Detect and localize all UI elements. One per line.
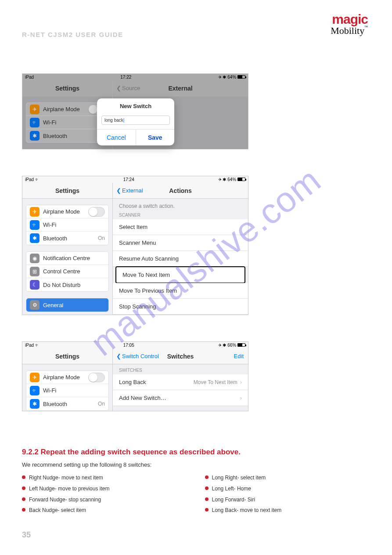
wifi-icon: ᯤ bbox=[30, 386, 40, 395]
airplane-toggle[interactable] bbox=[88, 373, 105, 382]
back-label: External bbox=[122, 187, 143, 194]
switch-name: Long Back bbox=[119, 379, 146, 385]
list-item: Left Nudge- move to previous item bbox=[29, 485, 109, 493]
sidebar-item-dnd[interactable]: ☾ Do Not Disturb bbox=[26, 278, 108, 291]
bullet-icon bbox=[205, 508, 209, 511]
device-label: iPad bbox=[25, 177, 34, 182]
list-item: Right Nudge- move to next item bbox=[29, 474, 103, 482]
bluetooth-icon: ✱ bbox=[30, 131, 40, 141]
main-panel: Choose a switch action. SCANNER Select I… bbox=[113, 199, 248, 315]
sidebar-item-wifi[interactable]: ᯤ Wi-Fi bbox=[26, 218, 108, 232]
switch-row-long-back[interactable]: Long Back Move To Next Item› bbox=[113, 374, 248, 390]
logo-text-2: Mobility bbox=[331, 25, 364, 36]
action-move-prev[interactable]: Move To Previous Item bbox=[113, 283, 248, 299]
bluetooth-value: On bbox=[98, 401, 105, 407]
main-panel: SWITCHES Long Back Move To Next Item› Ad… bbox=[113, 364, 248, 411]
clock: 17:24 bbox=[123, 177, 134, 182]
sidebar-item-airplane[interactable]: ✈ Airplane Mode bbox=[26, 205, 108, 218]
dnd-label: Do Not Disturb bbox=[43, 282, 80, 288]
edit-button[interactable]: Edit bbox=[234, 353, 244, 359]
list-item: Forward Nudge- stop scanning bbox=[29, 496, 101, 504]
switch-row-add-new[interactable]: Add New Switch… › bbox=[113, 390, 248, 406]
list-item: Long Back- move to next item bbox=[212, 506, 282, 515]
bullet-icon bbox=[205, 486, 209, 490]
action-move-next[interactable]: Move To Next Item bbox=[115, 266, 245, 283]
airplane-toggle[interactable] bbox=[88, 207, 105, 217]
bluetooth-label: Bluetooth bbox=[43, 401, 67, 407]
airplane-icon: ✈ bbox=[30, 373, 40, 382]
battery-icon bbox=[237, 343, 245, 347]
settings-sidebar: ✈ Airplane Mode ᯤ Wi-Fi ✱ Bluetooth On bbox=[22, 199, 113, 315]
section-header-switches: SWITCHES bbox=[113, 364, 248, 374]
action-select-item[interactable]: Select Item bbox=[113, 219, 248, 235]
bullet-icon bbox=[22, 486, 25, 490]
page-number: 35 bbox=[22, 530, 370, 540]
list-item: Long Right- select item bbox=[212, 474, 266, 482]
bullet-icon bbox=[22, 475, 25, 479]
settings-title: Settings bbox=[22, 183, 113, 198]
body-text: 9.2.2 Repeat the adding switch sequence … bbox=[22, 446, 370, 517]
action-scanner-menu[interactable]: Scanner Menu bbox=[113, 235, 248, 251]
bullet-icon bbox=[22, 508, 25, 511]
airplane-label: Airplane Mode bbox=[43, 208, 80, 215]
action-stop-scan[interactable]: Stop Scanning bbox=[113, 299, 248, 315]
sidebar-item-control-centre[interactable]: ⊞ Control Centre bbox=[26, 265, 108, 278]
device-label: iPad bbox=[25, 75, 34, 80]
sidebar-item-bluetooth[interactable]: ✱ Bluetooth On bbox=[26, 232, 108, 245]
nav-bar: Settings ❮ Switch Control Switches Edit bbox=[22, 348, 248, 364]
sidebar-item-general[interactable]: ⚙ General bbox=[26, 298, 108, 312]
bluetooth-label: Bluetooth bbox=[43, 133, 67, 139]
sidebar-item-wifi[interactable]: ᯤ Wi-Fi bbox=[26, 116, 108, 129]
instruction-text: Choose a switch action. bbox=[113, 199, 248, 209]
sidebar-item-airplane[interactable]: ✈ Airplane Mode bbox=[26, 371, 108, 384]
bullet-icon bbox=[22, 497, 25, 501]
battery-icon bbox=[237, 75, 245, 79]
sidebar-item-notif[interactable]: ◉ Notification Centre bbox=[26, 252, 108, 265]
back-button[interactable]: ❮ Switch Control bbox=[113, 353, 159, 359]
row-label: Select Item bbox=[119, 224, 147, 230]
brand-logo: magic Mobility™ bbox=[331, 13, 368, 36]
row-label: Resume Auto Scanning bbox=[119, 255, 179, 262]
battery-pct: 66% bbox=[227, 343, 236, 348]
dialog-title: New Switch bbox=[97, 98, 174, 113]
wifi-label: Wi-Fi bbox=[43, 221, 56, 228]
bluetooth-icon: ✱ bbox=[30, 233, 40, 243]
back-label: Switch Control bbox=[122, 353, 159, 359]
switch-list-right: Long Right- select item Long Left- Home … bbox=[205, 474, 370, 517]
row-label: Move To Next Item bbox=[122, 272, 170, 278]
sidebar-item-wifi[interactable]: ᯤ Wi-Fi bbox=[26, 384, 108, 397]
general-icon: ⚙ bbox=[30, 300, 40, 310]
ipad-screenshot-actions: iPad ᯤ 17:24 ✈ ✱ 64% Settings ❮ External… bbox=[22, 176, 248, 315]
sidebar-item-bluetooth[interactable]: ✱ Bluetooth bbox=[26, 129, 108, 142]
settings-title: Settings bbox=[22, 80, 113, 96]
trademark: ™ bbox=[364, 25, 368, 29]
list-item: Long Forward- Siri bbox=[212, 496, 255, 504]
sidebar-item-airplane[interactable]: ✈ Airplane Mode bbox=[26, 103, 108, 116]
section-heading: 9.2.2 Repeat the adding switch sequence … bbox=[22, 446, 370, 458]
dnd-icon: ☾ bbox=[30, 280, 40, 290]
nav-bar: Settings ❮ External Actions bbox=[22, 183, 248, 199]
airplane-label: Airplane Mode bbox=[43, 106, 80, 112]
nav-bar: Settings ❮ Source External bbox=[22, 80, 248, 96]
cancel-button[interactable]: Cancel bbox=[97, 130, 136, 145]
switch-name-input[interactable]: long back| bbox=[101, 116, 170, 125]
airplane-label: Airplane Mode bbox=[43, 374, 80, 381]
back-button[interactable]: ❮ Source bbox=[113, 85, 140, 91]
cc-label: Control Centre bbox=[43, 268, 80, 275]
new-switch-dialog: New Switch long back| Cancel Save bbox=[97, 98, 174, 145]
notif-label: Notification Centre bbox=[43, 255, 90, 261]
device-label: iPad bbox=[25, 343, 34, 348]
save-button[interactable]: Save bbox=[136, 130, 175, 145]
status-bar: iPad 17:22 ✈ ✱ 64% bbox=[22, 74, 248, 80]
wifi-label: Wi-Fi bbox=[43, 387, 56, 394]
action-resume-auto[interactable]: Resume Auto Scanning bbox=[113, 251, 248, 267]
row-label: Move To Previous Item bbox=[119, 287, 177, 294]
bullet-icon bbox=[205, 475, 209, 479]
airplane-icon: ✈ bbox=[30, 105, 40, 114]
sidebar-item-bluetooth[interactable]: ✱ Bluetooth On bbox=[26, 397, 108, 410]
switch-list-left: Right Nudge- move to next item Left Nudg… bbox=[22, 474, 187, 517]
ipad-screenshot-switches: iPad ᯤ 17:05 ✈ ✱ 66% Settings ❮ Switch C… bbox=[22, 341, 248, 411]
intro-text: We recommend setting up the following 8 … bbox=[22, 461, 370, 469]
back-button[interactable]: ❮ External bbox=[113, 187, 143, 194]
settings-title: Settings bbox=[22, 348, 113, 364]
